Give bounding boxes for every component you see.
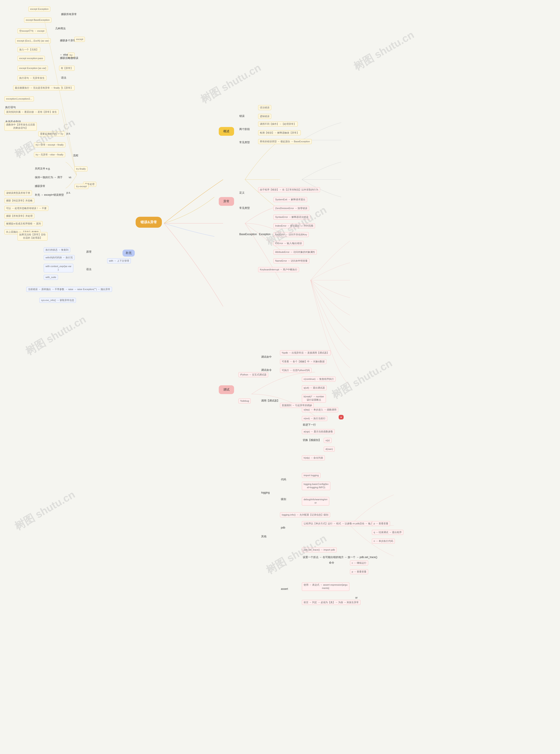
node-except-pass: except exception:pass [18,56,45,61]
node-common-types-2: 常见类型 [238,206,251,210]
node-call-debugger: 调用【调试器】 [260,399,280,403]
node-base-exception-origin: 两有的错误类型 → 都起源自 → BaseException [258,139,312,144]
node-error: 错误 [238,114,245,118]
node-or: or [354,596,359,600]
node-monitor-code: 需要监测的代码 → try [38,131,65,136]
node-pdb-run: 让程序以【单步方式】运行 → 程式 → 以参数-m pdb启动 → 输入命令 [302,521,380,526]
watermark-8: 树图 shutu.cn [264,531,329,577]
node-tuple: 放入一个【元组】 [18,47,40,52]
node-except-multi: except (Exc1,...ExcN) (as var) [15,38,51,43]
node-name-error: NameError → 访问未申明变量 [274,258,309,264]
node-logging-config: logging.basicConfig(level=logging.INFO) [302,482,330,490]
node-exec-no-except: 执行语句 → 无异常发生 [18,76,46,81]
node-sys-exc-info: sys.exc_info() → 获取异常信息 [39,298,76,303]
node-others-label: 其他 [260,534,267,539]
node-level-label: 级别 [280,497,287,502]
node-restore-state: 执行的状态 → 恢复到 [44,247,70,252]
node-p-var: p → 查看变量 [372,521,390,526]
node-import-logging: import logging [302,473,320,478]
node-supplement-except: 补充 → except+错误类型 [34,193,65,197]
mindmap-container: 树图 shutu.cn 树图 shutu.cn 树图 shutu.cn 树图 s… [0,0,560,754]
node-vs: vs [68,175,72,180]
node-index-error: IndexError → 索引超出 → 序列范围 [274,223,315,228]
node-logging-info: logging.info() → 允许配置【记录信息】级别 [280,512,330,517]
node-ps-top: p.s. [66,131,72,136]
node-help: h(elp) → 命令列表 [302,456,325,460]
node-has-exception: 有【异常】 [59,66,75,71]
node-next: n(ext) → 执行当前行 [302,416,327,421]
node-c-continue: c → 继续运行 [350,560,368,565]
node-syntax-1: 语法 [60,76,67,80]
node-attr-error: AttributeError → 访问对象的对象属性 [274,250,317,255]
node-assert-label: assert [280,587,289,591]
node-inspect-stack: 可查看 → 各个【栈帧】中 → 对象&数据 [280,359,326,364]
node-log-levels: debug/info/warning/error [302,497,329,505]
node-catch-multi: 捕获多个异常 [59,38,77,43]
node-ipython: iPython → 交互式调试器 [238,372,268,377]
node-except-exception: except Exception [28,6,50,12]
node-next-line: 前进下一行 [302,423,317,427]
node-debug-cmds: 调试命令 [260,368,273,372]
node-exec-stmt: 执行语句 [4,105,17,110]
node-switch-stack: 切换【栈级别】 [302,438,322,442]
node-catch-all-handle: 捕获【所有异常】并处理 [4,213,34,218]
node-ps-bottom: p.s. [66,191,72,195]
watermark-7: 树图 shutu.cn [12,487,78,534]
center-node: 错误&异常 [136,217,162,228]
node-handle-ignore-all: 可以 → 处理并忽略所有错误！→ 不要 [4,206,48,211]
node-p-var-2: p → 查看变量 [350,569,368,574]
node-q-exit: q → 结束调试 → 退出程序 [372,530,403,535]
node-pdb-auto: %pdb → 出现异常后 → 直接调用【调试器】 [280,350,331,355]
node-quit: q(uit) → 退出调试器 [302,385,326,390]
node-code-label: 代码 [280,477,287,482]
node-empty-except: 空except子句 → except [18,28,46,34]
node-continue: c(continue) → 恢复程序执行 [302,376,336,382]
watermark-5: 树图 shutu.cn [23,312,88,359]
node-catch-all: 捕获所有异常 [60,12,78,17]
node-def-content: 由于程序【错误】→ 在【正常控制流】以外采取的行为 [258,187,320,192]
node-different-ops: 调用不同【操作】→【处理异常】 [258,121,298,127]
node-two-phases: 两个阶段 [238,127,251,132]
node-propagate: 被捕捉or造成主程序报错 → 直到 [4,221,43,226]
node-pdb-label: pdb [280,525,286,530]
node-up: u(p) [324,438,332,443]
node-exec-python: 可执行 → 任意Python代码 [280,368,312,373]
node-system-exit: SystemExit → 解释请求退出 [274,197,307,202]
node-no-handler: 如果无法给【异常】交给合适的【处理器】 [18,232,47,240]
node-raise: 当前错误 → 原样抛出 → 不带参数 → raise → raise Excep… [26,287,112,292]
node-jump-to-error: 直接跳到 → 引起异常的残缺 [280,403,314,408]
watermark-6: 树图 shutu.cn [329,356,395,402]
node-finally-always: 最后都要执行 → 无论是否有异常 → finally [13,85,61,91]
node-io-error: IOError → 输入/输出错误 [274,241,304,246]
node-assert-rule: 前言 → 判定 → 必须为【真】→ 为假 → 则发生异常 [302,600,360,605]
node-logging-label: logging [260,490,271,495]
node-find-handler: 直到找到归属 → 逐层比较 → 若有【异常】发生 [4,110,59,115]
node-definition: 定义 [238,191,245,195]
node-try-flow-2: try→无异常→else→finally [34,152,65,157]
watermark-3: 树图 shutu.cn [351,28,417,74]
node-with-exec: with内的代码块 → 执行完 [44,255,75,260]
node-step: s(tep) → 单步进入 → 函数调用 [302,407,338,412]
node-commands-label: 命令 [328,560,335,565]
node-close-file: 关闭文件 e.g. [34,167,51,171]
node-pdb-set-trace: pdb.set_trace() → import pdb [302,547,337,553]
node-catch-ignore: 捕获后略微错误 [59,56,79,60]
node-overview: 概述 [219,127,234,136]
node-syntax-err: SyntaxError → 解释器语法错误 [274,215,310,219]
node-debug-hit: 调试命中 [260,355,273,359]
node-n-step: n → 单步执行代码 [372,539,395,544]
node-with-context: with → 上下文管理 [107,258,131,264]
node-try-except: try-except [74,184,88,189]
node-with-syntax: with context_expr[as var]: [44,264,73,272]
node-common-types: 常见类型 [238,140,251,145]
node-after-exception: 函数块中【异常发生点后面的剩余语句】 [4,122,37,131]
node-try-finally: try-finally [74,167,87,171]
node-exception-list: exception1,exception2... [4,96,34,101]
node-read-error-type: 读错误类型及所有子类 [4,191,32,195]
node-base-exception-label: BaseException [238,232,258,237]
node-args: a(rgs) → 显示当前函数参数 [302,429,335,434]
node-exception-label: Exception [258,232,272,237]
node-red-badge: ● [339,415,344,420]
node-with-suite: with_suite [44,275,58,280]
node-down: d(own) [324,447,335,452]
